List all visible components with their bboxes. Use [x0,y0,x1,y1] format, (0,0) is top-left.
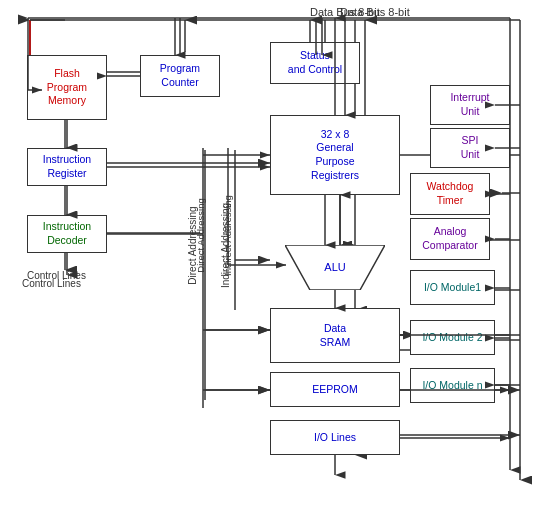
status-control-box: Statusand Control [270,42,360,84]
eeprom-label: EEPROM [312,383,358,397]
analog-comparator-label: AnalogComparator [422,225,477,252]
general-registers-box: 32 x 8GeneralPurposeRegistrers [270,115,400,195]
io-module2-label: I/O Module 2 [422,331,482,345]
spi-unit-label: SPIUnit [461,134,480,161]
io-module2-box: I/O Module 2 [410,320,495,355]
spi-unit-box: SPIUnit [430,128,510,168]
program-counter-label: ProgramCounter [160,62,200,89]
io-modulen-box: I/O Module n [410,368,495,403]
eeprom-box: EEPROM [270,372,400,407]
diagram: Data Bus 8-bit FlashProgramMemory Progra… [0,0,544,506]
direct-addressing-text: Direct Addressing [195,176,206,296]
watchdog-timer-box: WatchdogTimer [410,173,490,215]
io-lines-box: I/O Lines [270,420,400,455]
alu-box: ALU [285,245,385,290]
data-bus-header: Data Bus 8-bit [310,6,380,18]
program-counter-box: ProgramCounter [140,55,220,97]
analog-comparator-box: AnalogComparator [410,218,490,260]
flash-memory-label: FlashProgramMemory [47,67,87,108]
status-control-label: Statusand Control [288,49,342,76]
instruction-register-label: InstructionRegister [43,153,91,180]
interrupt-unit-box: InterruptUnit [430,85,510,125]
io-module1-box: I/O Module1 [410,270,495,305]
instruction-register-box: InstructionRegister [27,148,107,186]
flash-memory-box: FlashProgramMemory [27,55,107,120]
io-lines-label: I/O Lines [314,431,356,445]
io-modulen-label: I/O Module n [422,379,482,393]
io-module1-label: I/O Module1 [424,281,481,295]
instruction-decoder-box: InstructionDecoder [27,215,107,253]
data-sram-box: DataSRAM [270,308,400,363]
data-sram-label: DataSRAM [320,322,350,349]
control-lines-text: Control Lines [22,278,81,289]
indirect-addressing-text: Indirect Addressing [222,176,233,296]
watchdog-timer-label: WatchdogTimer [427,180,474,207]
interrupt-unit-label: InterruptUnit [450,91,489,118]
instruction-decoder-label: InstructionDecoder [43,220,91,247]
svg-text:ALU: ALU [324,261,345,273]
general-registers-label: 32 x 8GeneralPurposeRegistrers [311,128,359,183]
